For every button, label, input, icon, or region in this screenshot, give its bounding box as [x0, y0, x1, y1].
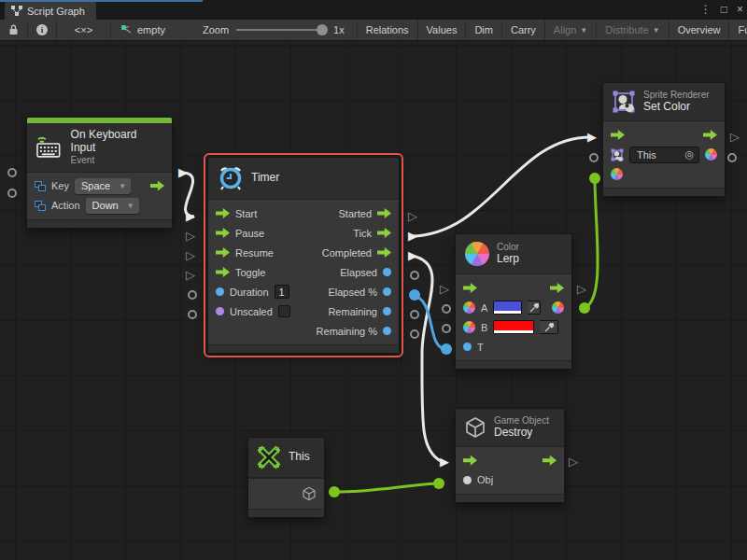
values-button[interactable]: Values [418, 20, 467, 40]
tick-port-arrow-icon[interactable] [377, 228, 391, 238]
node-this[interactable]: This [247, 437, 325, 518]
eyedropper-icon[interactable] [540, 320, 558, 334]
timer-remaining-pct-port[interactable] [410, 329, 419, 339]
node-destroy[interactable]: Game Object Destroy Obj [455, 408, 565, 503]
zoom-slider-handle[interactable] [317, 24, 328, 35]
lerp-flow-out-port[interactable]: ▷ [577, 283, 586, 295]
lerp-t-port[interactable] [441, 343, 452, 355]
timer-unscaled-port[interactable] [188, 310, 197, 319]
relations-button[interactable]: Relations [357, 20, 418, 40]
setcolor-flow-in-port[interactable]: ▶ [587, 131, 597, 143]
lerp-color-out-port[interactable] [579, 302, 590, 314]
duration-port-icon[interactable] [216, 287, 224, 296]
object-picker-icon[interactable]: ◎ [684, 148, 694, 161]
flow-out-arrow-icon[interactable] [550, 283, 564, 293]
start-port-arrow-icon[interactable] [216, 208, 230, 218]
distribute-button: Distribute▼ [597, 20, 669, 40]
lock-button[interactable] [0, 20, 28, 40]
key-dropdown[interactable]: Space▼ [75, 178, 131, 194]
setcolor-color-in-port[interactable] [589, 173, 600, 184]
flow-out-arrow-icon[interactable] [543, 455, 557, 466]
flow-in-arrow-icon[interactable] [611, 130, 625, 140]
t-port-icon[interactable] [463, 343, 472, 351]
window-maximize-icon[interactable]: □ [721, 3, 727, 16]
obj-port-icon[interactable] [463, 476, 472, 484]
b-port-icon[interactable] [463, 321, 475, 333]
fullscreen-button[interactable]: Full Screen [729, 20, 747, 40]
target-object-field[interactable]: This ◎ [629, 147, 699, 163]
setcolor-target-port[interactable] [589, 153, 599, 162]
timer-resume-port[interactable]: ▷ [186, 249, 195, 261]
timer-toggle-port[interactable]: ▷ [186, 269, 195, 281]
node-footer [603, 188, 725, 196]
keyboard-left-port[interactable] [7, 168, 17, 177]
node-set-color[interactable]: Sprite Renderer Set Color This ◎ [602, 82, 726, 197]
destroy-obj-port[interactable] [433, 478, 444, 489]
completed-port-arrow-icon[interactable] [377, 247, 391, 258]
flow-in-arrow-icon[interactable] [463, 455, 477, 466]
node-footer [456, 494, 564, 502]
keyboard-trigger-out-port[interactable]: ▶ [178, 166, 188, 178]
lerp-a-port[interactable] [442, 304, 451, 314]
color-input-port-icon[interactable] [611, 168, 623, 180]
color-a-swatch[interactable] [493, 301, 522, 315]
pause-port-arrow-icon[interactable] [216, 228, 230, 238]
game-object-output-port-icon[interactable] [302, 486, 317, 501]
duration-input[interactable]: 1 [275, 285, 289, 299]
node-color-lerp[interactable]: Color Lerp A B [455, 233, 572, 370]
resume-port-arrow-icon[interactable] [216, 247, 230, 258]
color-b-swatch[interactable] [493, 320, 534, 334]
flow-out-arrow-icon[interactable] [703, 130, 717, 140]
lerp-b-port[interactable] [442, 324, 451, 333]
setcolor-flow-out-port[interactable]: ▷ [730, 131, 740, 143]
target-port-icon[interactable] [611, 148, 624, 161]
trigger-out-arrow-icon[interactable] [150, 181, 164, 191]
remaining-port-icon[interactable] [383, 307, 391, 315]
color-wheel-icon [465, 242, 489, 266]
unscaled-port-icon[interactable] [216, 307, 224, 315]
flow-in-arrow-icon[interactable] [463, 283, 477, 293]
this-output-port[interactable] [329, 486, 340, 497]
timer-elapsed-pct-port[interactable] [409, 289, 420, 301]
timer-started-port[interactable]: ▷ [408, 210, 417, 222]
timer-pause-port[interactable]: ▷ [186, 230, 195, 242]
a-port-icon[interactable] [463, 301, 475, 314]
overview-button[interactable]: Overview [669, 20, 730, 40]
lerp-output-port-icon[interactable] [552, 301, 564, 314]
elapsed-label: Elapsed [340, 267, 377, 278]
timer-start-port[interactable]: ▶ [186, 210, 195, 222]
destroy-flow-in-port[interactable]: ▶ [440, 455, 449, 468]
info-button[interactable]: i [28, 20, 57, 40]
window-close-icon[interactable]: × [737, 3, 743, 16]
keyboard-left-port[interactable] [7, 189, 17, 198]
carry-button[interactable]: Carry [502, 20, 545, 40]
elapsed-pct-port-icon[interactable] [383, 287, 391, 296]
unscaled-checkbox[interactable] [278, 305, 290, 317]
code-preview-button[interactable]: <×> [57, 20, 111, 40]
node-footer [456, 360, 571, 369]
tab-script-graph[interactable]: Script Graph [5, 2, 96, 20]
node-on-keyboard-input[interactable]: On Keyboard Input Event Key Space▼ Actio… [26, 117, 173, 229]
started-port-arrow-icon[interactable] [377, 208, 391, 218]
destroy-flow-out-port[interactable]: ▷ [569, 455, 578, 468]
titlebar: Script Graph ⋮ □ × [0, 0, 747, 20]
timer-duration-port[interactable] [188, 290, 197, 300]
a-label: A [481, 302, 487, 314]
action-dropdown[interactable]: Down▼ [86, 198, 139, 214]
remaining-label: Remaining [328, 306, 377, 317]
lerp-flow-in-port[interactable]: ▷ [440, 283, 449, 295]
setcolor-value-out-port[interactable] [727, 153, 737, 162]
timer-tick-port[interactable]: ▶ [408, 230, 417, 242]
node-timer[interactable]: Timer Start Started Pause Tick Resume Co… [207, 157, 400, 354]
remaining-pct-port-icon[interactable] [383, 327, 391, 335]
timer-remaining-port[interactable] [410, 310, 419, 319]
timer-elapsed-port[interactable] [410, 271, 419, 280]
window-menu-icon[interactable]: ⋮ [700, 3, 712, 16]
dim-button[interactable]: Dim [466, 20, 502, 40]
color-output-port-icon[interactable] [705, 148, 717, 161]
timer-completed-port[interactable]: ▶ [408, 249, 417, 261]
elapsed-port-icon[interactable] [383, 268, 391, 276]
zoom-slider[interactable] [236, 29, 326, 31]
toggle-port-arrow-icon[interactable] [216, 267, 230, 277]
eyedropper-icon[interactable] [528, 301, 541, 315]
